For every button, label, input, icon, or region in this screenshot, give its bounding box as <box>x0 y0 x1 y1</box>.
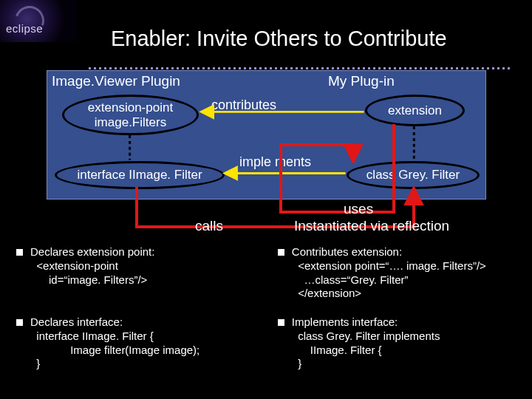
bullets-area: Declares extension point: <extension-poi… <box>16 245 519 386</box>
node-extension-point: extension-point image.Filters <box>62 95 199 135</box>
label-contributes: contributes <box>211 98 276 113</box>
node-class: class Grey. Filter <box>347 161 480 189</box>
bullet-icon <box>278 249 284 256</box>
label-reflection: Instantiated via reflection <box>294 218 449 234</box>
bullet-icon <box>16 249 23 256</box>
panel-title-left: Image.Viewer Plugin <box>52 73 180 89</box>
bullet-icon <box>278 319 284 326</box>
eclipse-logo: eclipse <box>0 0 77 42</box>
page-title: Enabler: Invite Others to Contribute <box>111 27 447 51</box>
bullet-text: Declares interface: interface IImage. Fi… <box>30 316 200 371</box>
bullet-text: Contributes extension: <extension point=… <box>292 245 486 301</box>
bullet-icon <box>16 319 23 326</box>
bullet-contributes-extension: Contributes extension: <extension point=… <box>278 245 519 301</box>
label-implements: imple ments <box>239 154 311 170</box>
panel-title-right: My Plug-in <box>328 73 395 89</box>
node-interface: interface IImage. Filter <box>55 161 225 189</box>
bullets-row-1: Declares extension point: <extension-poi… <box>16 245 519 301</box>
bullet-text: Declares extension point: <extension-poi… <box>30 245 154 301</box>
title-underline <box>89 59 525 64</box>
bullet-implements-interface: Implements interface: class Grey. Filter… <box>278 316 519 371</box>
bullet-text: Implements interface: class Grey. Filter… <box>292 316 440 371</box>
eclipse-logo-text: eclipse <box>6 22 43 35</box>
bullets-row-2: Declares interface: interface IImage. Fi… <box>16 316 519 371</box>
node-extension: extension <box>365 95 465 126</box>
diagram-panel: Image.Viewer Plugin My Plug-in extension… <box>47 70 486 200</box>
label-uses: uses <box>344 201 373 217</box>
label-calls: calls <box>195 218 223 234</box>
bullet-declares-ext-point: Declares extension point: <extension-poi… <box>16 245 278 301</box>
bullet-declares-interface: Declares interface: interface IImage. Fi… <box>16 316 278 371</box>
